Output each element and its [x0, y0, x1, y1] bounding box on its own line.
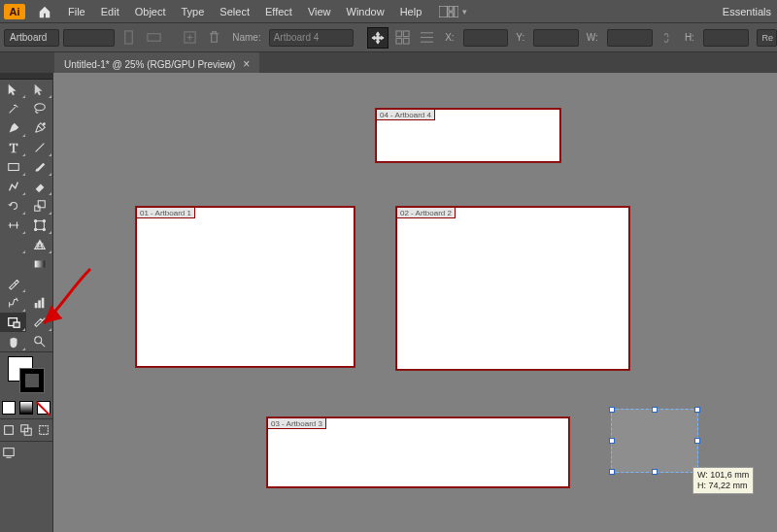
- workspace-label[interactable]: Essentials: [717, 2, 777, 21]
- x-input[interactable]: [463, 29, 509, 47]
- menu-help[interactable]: Help: [392, 2, 430, 21]
- delete-artboard-button[interactable]: [204, 27, 224, 49]
- close-tab-icon[interactable]: ×: [243, 58, 250, 70]
- svg-rect-43: [40, 426, 49, 435]
- artboard-label: 03 - Artboard 3: [267, 417, 326, 429]
- draw-mode-inside[interactable]: [35, 421, 52, 439]
- draw-mode-normal[interactable]: [0, 421, 17, 439]
- zoom-tool[interactable]: [26, 332, 52, 351]
- svg-rect-22: [35, 221, 44, 230]
- menu-window[interactable]: Window: [339, 2, 392, 21]
- svg-rect-4: [125, 31, 133, 44]
- paintbrush-tool[interactable]: [26, 157, 52, 177]
- svg-rect-1: [449, 6, 453, 11]
- tool-panel: [0, 73, 53, 532]
- selection-tool[interactable]: [0, 80, 26, 99]
- column-graph-tool[interactable]: [26, 293, 52, 313]
- artboard-options-grid-icon[interactable]: [392, 27, 413, 49]
- link-wh-button[interactable]: [657, 27, 677, 49]
- x-label: X:: [445, 32, 454, 43]
- scale-tool[interactable]: [26, 196, 52, 216]
- svg-line-39: [40, 343, 44, 347]
- svg-point-24: [43, 219, 45, 221]
- tooltip-width: W: 101,6 mm: [697, 470, 749, 481]
- pen-tool[interactable]: [0, 118, 26, 138]
- tool-panel-grip[interactable]: [0, 73, 52, 80]
- mesh-tool[interactable]: [0, 254, 26, 274]
- reset-button[interactable]: Re: [757, 29, 777, 47]
- fill-stroke-swatch[interactable]: [0, 352, 53, 399]
- artboard[interactable]: 01 - Artboard 1: [136, 207, 355, 367]
- width-tool[interactable]: [0, 216, 26, 235]
- type-tool[interactable]: [0, 138, 26, 157]
- svg-point-27: [8, 242, 15, 249]
- move-with-artboard-button[interactable]: [367, 27, 388, 49]
- magic-wand-tool[interactable]: [0, 99, 26, 118]
- new-artboard-marquee[interactable]: [611, 409, 698, 473]
- svg-point-26: [43, 228, 45, 230]
- menu-effect[interactable]: Effect: [257, 2, 300, 21]
- object-type-label: Artboard: [4, 29, 59, 47]
- svg-point-17: [43, 123, 45, 125]
- artboard[interactable]: 02 - Artboard 2: [396, 207, 629, 370]
- svg-line-18: [35, 144, 44, 152]
- menu-view[interactable]: View: [300, 2, 339, 21]
- menu-select[interactable]: Select: [212, 2, 257, 21]
- menu-object[interactable]: Object: [127, 2, 174, 21]
- free-transform-tool[interactable]: [26, 216, 52, 235]
- line-segment-tool[interactable]: [26, 138, 52, 157]
- artboard-name-input[interactable]: Artboard 4: [269, 29, 355, 47]
- svg-rect-33: [34, 303, 37, 308]
- eraser-tool[interactable]: [26, 177, 52, 196]
- symbol-sprayer-tool[interactable]: [0, 293, 26, 313]
- artboard[interactable]: 03 - Artboard 3: [267, 417, 569, 487]
- perspective-grid-tool[interactable]: [26, 235, 52, 254]
- color-mode-gradient[interactable]: [17, 399, 35, 416]
- new-artboard-button[interactable]: [180, 27, 200, 49]
- artboard-label: 04 - Artboard 4: [376, 109, 435, 120]
- shape-builder-tool[interactable]: [0, 235, 26, 254]
- menubar: Ai File Edit Object Type Select Effect V…: [0, 0, 777, 23]
- home-icon[interactable]: [33, 3, 56, 20]
- artboard-options-list-icon[interactable]: [417, 27, 437, 49]
- document-tabs: Untitled-1* @ 25% (RGB/GPU Preview) ×: [0, 52, 777, 73]
- curvature-tool[interactable]: [26, 118, 52, 138]
- menu-edit[interactable]: Edit: [93, 2, 127, 21]
- hand-tool[interactable]: [0, 332, 26, 351]
- artboard-label: 02 - Artboard 2: [396, 207, 456, 218]
- color-mode-solid[interactable]: [0, 399, 17, 416]
- color-mode-none[interactable]: [35, 399, 52, 416]
- canvas[interactable]: 01 - Artboard 102 - Artboard 203 - Artbo…: [53, 73, 777, 532]
- w-label: W:: [587, 32, 598, 43]
- orientation-landscape-button[interactable]: [143, 27, 163, 49]
- menu-file[interactable]: File: [60, 2, 93, 21]
- eyedropper-tool[interactable]: [0, 274, 26, 293]
- slice-tool[interactable]: [26, 313, 52, 332]
- svg-point-28: [12, 242, 18, 249]
- shaper-tool[interactable]: [0, 177, 26, 196]
- direct-selection-tool[interactable]: [26, 80, 52, 99]
- y-input[interactable]: [533, 29, 579, 47]
- artboard-tool[interactable]: [0, 313, 26, 332]
- arrange-documents[interactable]: ▾: [435, 6, 471, 17]
- draw-mode-behind[interactable]: [17, 421, 35, 439]
- w-input[interactable]: [607, 29, 653, 47]
- svg-rect-44: [4, 449, 15, 456]
- svg-rect-21: [38, 201, 45, 208]
- orientation-portrait-button[interactable]: [118, 27, 139, 49]
- svg-point-23: [34, 219, 36, 221]
- rotate-tool[interactable]: [0, 196, 26, 216]
- document-tab[interactable]: Untitled-1* @ 25% (RGB/GPU Preview) ×: [54, 52, 259, 73]
- artboard[interactable]: 04 - Artboard 4: [376, 109, 560, 162]
- svg-point-16: [34, 104, 45, 111]
- artboard-preset-select[interactable]: [63, 29, 115, 47]
- gradient-tool[interactable]: [26, 254, 52, 274]
- blend-tool[interactable]: [26, 274, 52, 293]
- lasso-tool[interactable]: [26, 99, 52, 118]
- h-input[interactable]: [703, 29, 749, 47]
- menu-type[interactable]: Type: [174, 2, 213, 21]
- rectangle-tool[interactable]: [0, 157, 26, 177]
- dimension-tooltip: W: 101,6 mm H: 74,22 mm: [693, 467, 754, 494]
- screen-mode-button[interactable]: [0, 444, 17, 461]
- stroke-swatch[interactable]: [19, 368, 45, 393]
